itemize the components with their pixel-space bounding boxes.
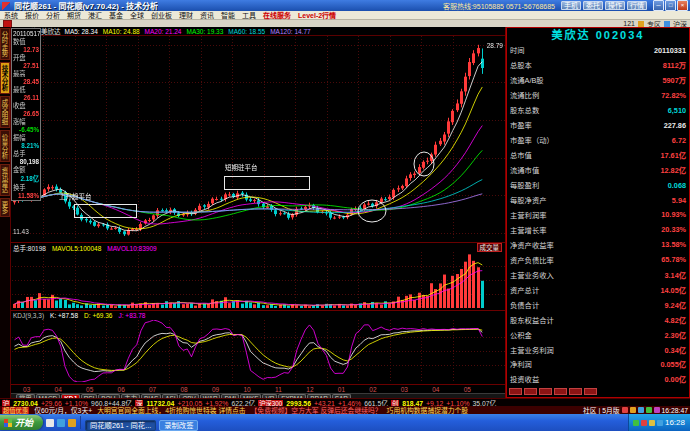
fundamental-tab[interactable]: [509, 388, 522, 395]
ma-value: MA120: 14.77: [270, 28, 310, 35]
sidebar-tabs: 分时走势技术分析成交明细价量分析资讯雷达更多: [0, 27, 10, 398]
menu-item-9[interactable]: 资讯: [200, 10, 214, 20]
market-icon[interactable]: [664, 21, 670, 27]
maximize-icon[interactable]: □: [665, 0, 676, 11]
menu-item-8[interactable]: 理财: [179, 10, 193, 20]
sidebar-tab[interactable]: 分时走势: [0, 28, 10, 60]
sidebar-tab[interactable]: 成交明细: [0, 96, 10, 128]
fundamental-row: 每股净资产5.94: [510, 193, 686, 208]
titlebar-button[interactable]: 手机: [561, 1, 581, 10]
fundamental-row: 流通比例72.82%: [510, 88, 686, 103]
info-value: 27.51: [13, 62, 39, 69]
month-label: 02: [357, 386, 388, 393]
month-label: 05: [452, 386, 483, 393]
menu-item-10[interactable]: 智能: [221, 10, 235, 20]
stock-title: 美欣达 002034: [507, 28, 689, 43]
taskbar: 开始 同花顺261 - 同花...录制改签 16:28: [0, 414, 690, 431]
candlestick-chart[interactable]: [12, 36, 506, 240]
tool-icon[interactable]: [638, 407, 644, 413]
fundamental-tab[interactable]: [554, 388, 567, 395]
ma-header: 同 日线 美欣达 MA5: 28.34MA10: 24.88MA20: 21.2…: [11, 27, 505, 35]
fundamental-tab[interactable]: [569, 388, 582, 395]
start-button[interactable]: 开始: [0, 415, 43, 430]
sidebar-tab[interactable]: 资讯雷达: [0, 164, 10, 196]
fundamental-value: 10.93%: [661, 210, 686, 219]
fundamental-tab[interactable]: [584, 388, 597, 395]
tray-icon[interactable]: [649, 420, 655, 426]
fundamental-label: 负债合计: [510, 300, 539, 310]
fundamental-value: 14.05亿: [660, 285, 686, 295]
info-value: 8.21%: [13, 142, 39, 149]
tool-icon[interactable]: [654, 407, 660, 413]
sidebar-tab[interactable]: 技术分析: [0, 62, 10, 94]
tray-icon[interactable]: [657, 420, 663, 426]
minimize-icon[interactable]: ─: [653, 0, 664, 11]
sidebar-tab[interactable]: 价量分析: [0, 130, 10, 162]
menu-item-12[interactable]: 在线服务: [263, 10, 291, 20]
fundamental-label: 资产负债比率: [510, 255, 554, 265]
ma-value: MA20: 21.24: [145, 28, 182, 35]
menu-item-2[interactable]: 分析: [46, 10, 60, 20]
quicklaunch-icon[interactable]: [68, 419, 76, 427]
price-axis-label: 11.43: [13, 228, 29, 235]
fundamental-tab[interactable]: [539, 388, 552, 395]
titlebar-button[interactable]: 委托: [583, 1, 603, 10]
ma-values: MA5: 28.34MA10: 24.88MA20: 21.24MA30: 19…: [65, 28, 316, 35]
info-label: 金额: [13, 165, 39, 174]
fundamental-value: 0.34亿: [665, 345, 687, 355]
quicklaunch-icon[interactable]: [46, 419, 54, 427]
close-icon[interactable]: ×: [677, 0, 688, 11]
fundamental-label: 投资收益: [510, 374, 539, 384]
titlebar-button[interactable]: 操作: [605, 1, 625, 10]
info-row: 最低26.11: [13, 85, 39, 101]
sidebar-tab[interactable]: 更多: [0, 198, 10, 217]
volume-tag[interactable]: 成交量: [477, 243, 503, 252]
menu-item-1[interactable]: 报价: [25, 10, 39, 20]
title-bar: 同花顺261 - 同花顺(v7.70.42) - 技术分析 客服热线:95105…: [0, 0, 690, 11]
quicklaunch-icon[interactable]: [57, 419, 65, 427]
fundamental-row: 净资产收益率13.58%: [510, 237, 686, 252]
ma-value: MA30: 19.33: [186, 28, 223, 35]
task-button[interactable]: 录制改签: [159, 420, 198, 431]
fundamental-row: 资产总计14.05亿: [510, 282, 686, 297]
info-value: -6.45%: [13, 126, 39, 133]
fundamental-row: 负债合计9.24亿: [510, 297, 686, 312]
info-value: 11.58%: [13, 192, 39, 199]
fundamental-rows: 时间20110331总股本8112万流通A/B股5907万流通比例72.82%股…: [507, 43, 689, 387]
bell-icon[interactable]: [638, 21, 644, 27]
volume-chart[interactable]: [12, 252, 506, 308]
fundamental-row: 股东总数6,510: [510, 103, 686, 118]
fundamental-row: 主营增长率20.33%: [510, 222, 686, 237]
ad-link-2[interactable]: 【免费视频】空方大军 反弹后还会继续吗？: [251, 406, 382, 414]
fundamental-value: 5.94: [672, 196, 686, 205]
month-label: 04: [420, 386, 451, 393]
tool-icon[interactable]: [622, 407, 628, 413]
menu-item-4[interactable]: 港汇: [88, 10, 102, 20]
tray-icon[interactable]: [633, 420, 639, 426]
taskbar-divider: [80, 416, 81, 429]
kdj-chart[interactable]: [12, 320, 506, 382]
fundamental-tab[interactable]: [524, 388, 537, 395]
tray-icon[interactable]: [641, 420, 647, 426]
info-value: 28.45: [13, 78, 39, 85]
task-button[interactable]: 同花顺261 - 同花...: [85, 420, 156, 431]
menu-item-3[interactable]: 期货: [67, 10, 81, 20]
promo-badge[interactable]: 超值优惠: [2, 407, 29, 414]
menu-item-6[interactable]: 全球: [130, 10, 144, 20]
menu-item-5[interactable]: 基金: [109, 10, 123, 20]
menu-item-7[interactable]: 创业板: [151, 10, 172, 20]
month-label: 11: [263, 386, 294, 393]
menu-item-13[interactable]: Level-2行情: [298, 10, 336, 20]
tool-icon[interactable]: [630, 407, 636, 413]
community-link[interactable]: 社区: [583, 406, 597, 414]
titlebar-button[interactable]: 行情: [627, 1, 647, 10]
fundamental-label: 主营业务收入: [510, 270, 554, 280]
menu-item-0[interactable]: 系统: [4, 10, 18, 20]
message-count[interactable]: 121: [623, 20, 635, 27]
info-label: 振幅: [13, 133, 39, 142]
fundamental-value: 4.82亿: [665, 315, 687, 325]
menu-item-11[interactable]: 工具: [242, 10, 256, 20]
tool-icon[interactable]: [646, 407, 652, 413]
fundamental-value: 0.068: [668, 181, 686, 190]
ad-link-3[interactable]: 巧用机构数据捕捉潜力个股: [387, 406, 469, 414]
